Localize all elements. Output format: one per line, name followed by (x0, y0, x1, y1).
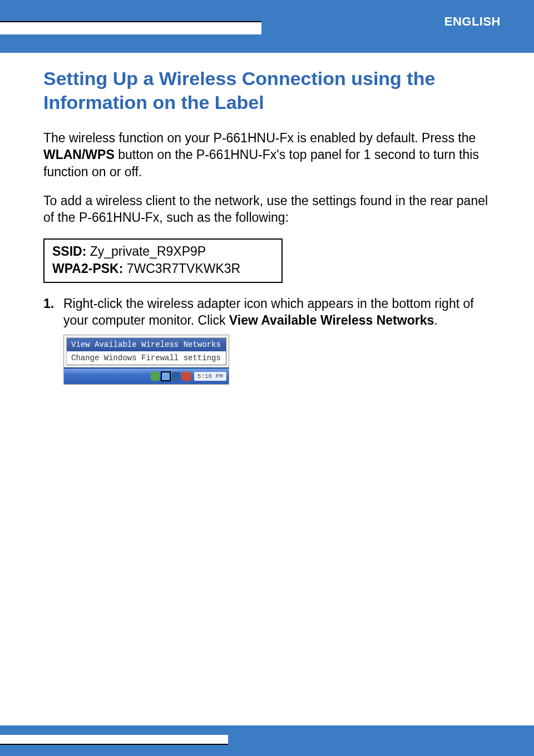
footer-band (0, 725, 534, 756)
intro-paragraph-2: To add a wireless client to the network,… (43, 192, 491, 226)
menu-item-firewall-settings[interactable]: Change Windows Firewall settings (67, 351, 226, 365)
tray-icon-4[interactable] (182, 372, 191, 381)
wireless-adapter-icon[interactable] (161, 371, 171, 381)
psk-value: 7WC3R7TVKWK3R (127, 261, 240, 276)
header-band: ENGLISH (0, 0, 534, 53)
step1-bold: View Available Wireless Networks (229, 313, 434, 327)
header-tab-accent (0, 21, 261, 34)
psk-label: WPA2-PSK: (52, 261, 123, 276)
psk-row: WPA2-PSK: 7WC3R7TVKWK3R (52, 260, 274, 277)
context-menu: View Available Wireless Networks Change … (66, 337, 226, 365)
para1-pre: The wireless function on your P-661HNU-F… (43, 131, 476, 145)
footer-tab-accent (0, 735, 228, 745)
ssid-value: Zy_private_R9XP9P (90, 244, 206, 258)
taskbar: 5:16 PM (64, 367, 229, 384)
step1-post: . (434, 313, 437, 327)
taskbar-clock: 5:16 PM (194, 372, 226, 381)
tray-icon-3[interactable] (172, 372, 181, 381)
page-title: Setting Up a Wireless Connection using t… (43, 67, 491, 114)
step-number: 1. (43, 295, 57, 329)
ssid-row: SSID: Zy_private_R9XP9P (52, 243, 274, 260)
context-menu-screenshot: View Available Wireless Networks Change … (63, 335, 229, 385)
page-content: Setting Up a Wireless Connection using t… (43, 67, 491, 385)
step-body: Right-click the wireless adapter icon wh… (63, 295, 491, 329)
step-1: 1. Right-click the wireless adapter icon… (43, 295, 491, 329)
ssid-label: SSID: (52, 244, 86, 258)
intro-paragraph-1: The wireless function on your P-661HNU-F… (43, 130, 491, 180)
wlan-wps-bold: WLAN/WPS (43, 147, 115, 162)
tray-icon-1[interactable] (151, 372, 160, 381)
language-label: ENGLISH (444, 14, 501, 29)
menu-item-view-networks[interactable]: View Available Wireless Networks (67, 338, 226, 351)
credentials-box: SSID: Zy_private_R9XP9P WPA2-PSK: 7WC3R7… (43, 238, 283, 283)
